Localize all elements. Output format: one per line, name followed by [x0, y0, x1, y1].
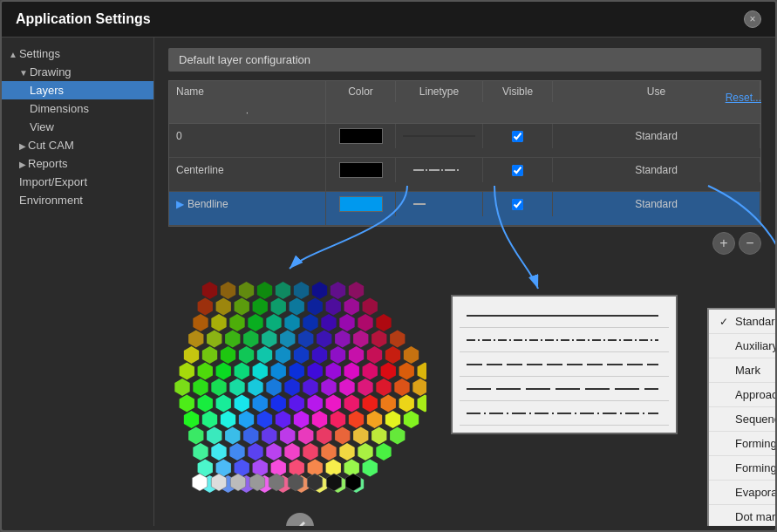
col-linetype: Linetype: [396, 81, 483, 102]
application-settings-dialog: Application Settings × ▲Settings ▼Drawin…: [0, 0, 777, 532]
col-dot: ·: [169, 102, 326, 123]
table-row: Centerline: [169, 158, 760, 192]
row-visible-bendline[interactable]: [483, 192, 553, 216]
linetype-solid[interactable]: [460, 304, 669, 328]
sidebar: ▲Settings ▼Drawing Layers Dimensions Vie…: [2, 38, 154, 526]
col-color: Color: [326, 81, 396, 102]
pencil-icon[interactable]: [286, 513, 314, 526]
reset-link[interactable]: Reset...: [726, 92, 761, 104]
table-header: Name Color Linetype Visible Use ·: [169, 81, 760, 124]
linetype-dotdash1[interactable]: [460, 328, 669, 352]
section-header: Default layer configuration: [168, 48, 761, 72]
use-option-dot-marking[interactable]: Dot marking: [709, 505, 775, 526]
sidebar-item-dimensions[interactable]: Dimensions: [2, 99, 153, 118]
row-extra-0: [169, 148, 326, 157]
row-color-centerline[interactable]: [326, 158, 396, 182]
linetype-picker[interactable]: [451, 295, 678, 434]
row-name-0: 0: [169, 124, 326, 148]
row-extra-centerline: [169, 182, 326, 191]
row-visible-0[interactable]: [483, 124, 553, 148]
color-picker[interactable]: [165, 282, 435, 526]
use-option-sequence-marker[interactable]: Sequence marker: [709, 407, 775, 432]
col-visible: Visible: [483, 81, 553, 102]
sidebar-item-environment[interactable]: Environment: [2, 191, 153, 209]
main-content: Default layer configuration Name Color L…: [154, 38, 775, 526]
dialog-title: Application Settings: [16, 11, 151, 27]
row-linetype-0[interactable]: [396, 124, 483, 148]
hex-color-canvas[interactable]: [165, 282, 426, 508]
linetype-longdash[interactable]: [460, 377, 669, 401]
use-option-forming-footprint[interactable]: Forming foot print: [709, 456, 775, 481]
add-layer-button[interactable]: +: [712, 232, 735, 255]
row-name-bendline: ▶Bendline: [169, 192, 326, 216]
remove-layer-button[interactable]: −: [739, 232, 761, 255]
row-use-centerline[interactable]: Standard: [553, 158, 760, 182]
row-linetype-centerline[interactable]: [396, 158, 483, 182]
table-row: ▶Bendline Standard: [169, 192, 760, 226]
use-option-evaporate[interactable]: Evaporate: [709, 481, 775, 505]
use-option-standard[interactable]: ✓Standard: [709, 310, 775, 334]
col-name: Name: [169, 81, 326, 102]
row-name-centerline: Centerline: [169, 158, 326, 182]
sidebar-item-import-export[interactable]: Import/Export: [2, 173, 153, 191]
linetype-dash[interactable]: [460, 352, 669, 377]
sidebar-item-view[interactable]: View: [2, 118, 153, 136]
sidebar-item-reports[interactable]: ▶Reports: [2, 154, 153, 173]
row-color-bendline[interactable]: [326, 192, 396, 216]
title-bar: Application Settings ×: [2, 2, 775, 38]
row-extra-bendline: [169, 216, 326, 225]
content-area: ▲Settings ▼Drawing Layers Dimensions Vie…: [2, 38, 775, 526]
use-dropdown[interactable]: ✓Standard Auxiliary Mark Approach marker…: [707, 308, 775, 526]
use-option-forming-center[interactable]: Forming center: [709, 432, 775, 456]
linetype-dotdash2[interactable]: [460, 401, 669, 426]
sidebar-item-cut-cam[interactable]: ▶Cut CAM: [2, 136, 153, 154]
sidebar-item-drawing[interactable]: ▼Drawing: [2, 63, 153, 81]
sidebar-item-settings[interactable]: ▲Settings: [2, 44, 153, 63]
use-option-auxiliary[interactable]: Auxiliary: [709, 334, 775, 358]
use-option-approach-marker[interactable]: Approach marker: [709, 383, 775, 407]
layer-table: Name Color Linetype Visible Use · 0: [168, 80, 761, 227]
close-button[interactable]: ×: [744, 10, 761, 28]
row-use-0[interactable]: Standard: [553, 124, 760, 148]
sidebar-item-layers[interactable]: Layers: [2, 81, 153, 99]
row-use-bendline[interactable]: Standard: [553, 192, 760, 216]
row-linetype-bendline[interactable]: [396, 192, 483, 216]
row-color-0[interactable]: [326, 124, 396, 148]
row-visible-centerline[interactable]: [483, 158, 553, 182]
table-buttons: + −: [168, 232, 761, 255]
use-option-mark[interactable]: Mark: [709, 358, 775, 383]
table-row: 0 Standard: [169, 124, 760, 158]
